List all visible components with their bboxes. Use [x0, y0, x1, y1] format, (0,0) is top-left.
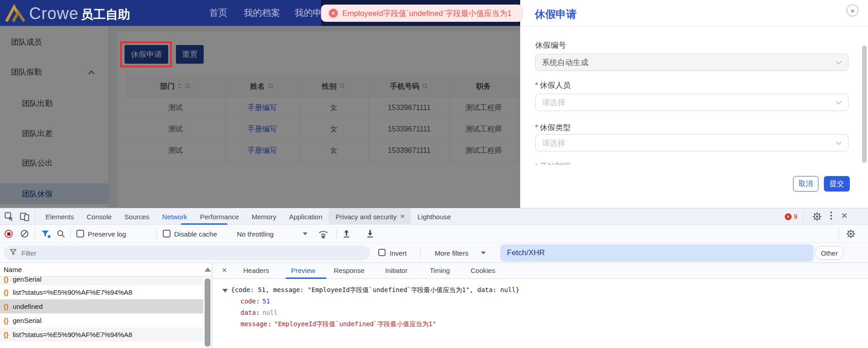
app-title: 员工自助 [81, 6, 130, 23]
devtools-tab-bar: Elements Console Sources Network Perform… [0, 208, 868, 225]
devtools-tab-memory[interactable]: Memory [246, 208, 283, 225]
details-tab-headers[interactable]: Headers [243, 267, 269, 274]
throttling-select[interactable]: No throttling [237, 230, 274, 238]
json-value-null: null [262, 309, 278, 316]
toast-message: EmployeeId字段值`undefined`字段最小值应当为1 [342, 8, 512, 19]
type-select[interactable]: 请选择 [535, 134, 848, 151]
request-row[interactable]: {} list?status=%E5%90%AF%E7%94%A8 [0, 328, 203, 342]
clear-icon[interactable] [20, 229, 29, 240]
filter-funnel-icon [10, 249, 17, 257]
annotation-highlight-box [120, 41, 172, 67]
leave-request-drawer: 休假申请 × 休假编号 系统自动生成 * 休假人员 请选择 * 休假类型 请选择… [520, 0, 868, 208]
serial-label: 休假编号 [535, 40, 566, 50]
scrollbar-up-icon[interactable] [205, 267, 211, 272]
details-tab-preview[interactable]: Preview [291, 267, 315, 274]
list-scrollbar-thumb[interactable] [205, 278, 211, 347]
filter-input-pill [4, 246, 370, 260]
kebab-menu-icon[interactable] [830, 212, 832, 220]
details-tab-response[interactable]: Response [334, 267, 365, 274]
invert-label: Invert [390, 249, 407, 257]
error-count-badge[interactable]: × 9 [785, 213, 798, 220]
request-type-chips: All Fetch/XHR Doc CSS JS Font Img Media … [500, 246, 844, 260]
divider [520, 26, 868, 26]
network-conditions-icon[interactable] [317, 228, 329, 241]
json-icon: {} [4, 289, 9, 296]
invert-checkbox[interactable] [378, 249, 386, 256]
details-tab-timing[interactable]: Timing [430, 267, 450, 274]
crowe-logo-icon [5, 4, 26, 25]
screen: Crowe 员工自助 首页 我的档案 我的申请 团队成员 团队假勤 团队出勤 团… [0, 0, 868, 348]
details-tab-initiator[interactable]: Initiator [385, 267, 407, 274]
divider [420, 247, 421, 258]
json-icon: {} [4, 277, 9, 283]
type-label-row: * 休假类型 [535, 122, 571, 133]
device-toolbar-icon[interactable] [19, 211, 30, 224]
devtools-tab-console[interactable]: Console [80, 208, 118, 225]
json-key: data [241, 309, 256, 316]
drawer-scrollbar-thumb[interactable] [862, 45, 867, 163]
export-har-icon[interactable] [366, 229, 375, 240]
divider [156, 228, 157, 239]
devtools-tab-network[interactable]: Network [156, 208, 194, 225]
request-list: Name {} genSerial {} list?status=%E5%90%… [0, 263, 212, 348]
request-row-selected[interactable]: {} undefined [0, 299, 203, 313]
network-filter-bar: Invert More filters All Fetch/XHR Doc CS… [0, 243, 868, 263]
divider [35, 228, 35, 239]
disable-cache-checkbox[interactable] [163, 230, 171, 237]
nav-item-home[interactable]: 首页 [209, 0, 227, 26]
type-label: 休假类型 [540, 122, 571, 133]
error-circle-icon: × [329, 9, 338, 18]
json-key: code [241, 298, 256, 305]
drawer-close-icon[interactable]: × [847, 5, 858, 16]
network-toolbar: Preserve log Disable cache No throttling [0, 225, 868, 243]
request-details: × Headers Preview Response Initiator Tim… [212, 263, 868, 348]
settings-gear-icon[interactable] [812, 212, 822, 223]
expand-arrow-icon[interactable] [222, 289, 228, 293]
json-summary[interactable]: {code: 51, message: "EmployeeId字段值`undef… [231, 286, 519, 294]
serial-select[interactable]: 系统自动生成 [535, 54, 848, 71]
chevron-down-icon [836, 99, 842, 105]
divider [70, 228, 70, 239]
devtools-tab-elements[interactable]: Elements [39, 208, 80, 225]
dropdown-arrow-icon [303, 232, 307, 235]
network-settings-gear-icon[interactable] [846, 229, 856, 241]
drawer-title: 休假申请 [535, 7, 577, 21]
filter-funnel-icon[interactable] [41, 229, 51, 240]
request-row-clipped[interactable]: {} genSerial [0, 277, 203, 285]
json-icon: {} [4, 331, 9, 338]
devtools-tab-application[interactable]: Application [283, 208, 329, 225]
disable-cache-label: Disable cache [174, 230, 217, 238]
nav-item-profile[interactable]: 我的档案 [244, 0, 280, 26]
devtools-tab-lighthouse[interactable]: Lighthouse [411, 208, 457, 225]
person-label: 休假人员 [540, 80, 571, 91]
more-filters-button[interactable]: More filters [435, 249, 468, 257]
dropdown-arrow-icon [481, 252, 486, 254]
chip-other[interactable]: Other [815, 246, 844, 260]
filter-input[interactable] [21, 249, 340, 257]
json-icon: {} [4, 317, 9, 324]
request-row[interactable]: {} list?status=%E5%90%AF%E7%94%A8 [0, 285, 203, 299]
preview-json: {code: 51, message: "EmployeeId字段值`undef… [212, 279, 868, 348]
record-icon[interactable] [5, 230, 13, 238]
devtools-close-icon[interactable]: × [841, 209, 848, 222]
chip-fetch-xhr[interactable]: Fetch/XHR [500, 244, 813, 262]
person-select[interactable]: 请选择 [535, 94, 848, 111]
divider [35, 211, 35, 222]
devtools-tab-privacy[interactable]: Privacy and security × [329, 208, 411, 225]
json-value-string: "EmployeeId字段值`undefined`字段最小值应当为1" [274, 320, 436, 328]
import-har-icon[interactable] [342, 229, 351, 240]
request-list-header[interactable]: Name [0, 263, 212, 277]
search-icon[interactable] [56, 229, 65, 240]
inspect-icon[interactable] [4, 211, 15, 224]
close-tab-icon[interactable]: × [400, 212, 405, 221]
required-asterisk: * [535, 81, 538, 90]
request-row[interactable]: {} genSerial [0, 313, 203, 328]
cancel-button[interactable]: 取消 [793, 176, 818, 192]
details-tab-cookies[interactable]: Cookies [471, 267, 495, 274]
preserve-log-checkbox[interactable] [76, 230, 84, 237]
devtools-tab-sources[interactable]: Sources [118, 208, 156, 225]
submit-button[interactable]: 提交 [824, 176, 850, 192]
devtools-tab-performance[interactable]: Performance [194, 208, 246, 225]
details-close-icon[interactable]: × [222, 265, 227, 275]
clipped-field-label: * 开始时间 [535, 161, 571, 165]
